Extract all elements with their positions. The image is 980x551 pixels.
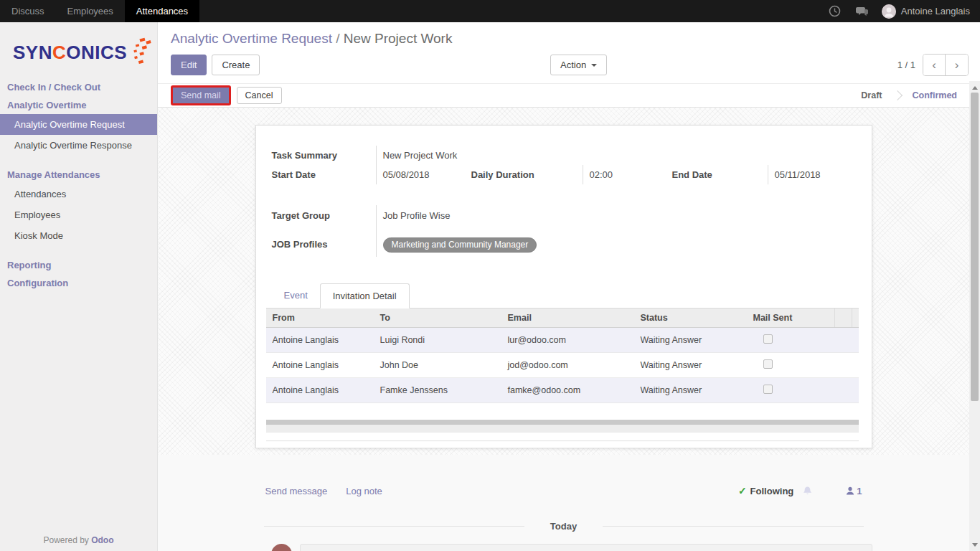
invitation-table: From To Email Status Mail Sent [266,309,859,403]
log-note-link[interactable]: Log note [346,486,382,496]
scroll-down-arrow[interactable] [969,540,980,550]
tab-invitation-detail[interactable]: Invitation Detail [320,283,410,309]
mail-sent-checkbox [763,385,773,394]
daily-duration-value: 02:00 [583,165,672,184]
sidebar-item-analytic-overtime-request[interactable]: Analytic Overtime Request [0,114,157,135]
daily-duration-label: Daily Duration [471,165,583,184]
notebook: Event Invitation Detail From [266,283,859,441]
cell-status: Waiting Answer [634,378,747,403]
create-button[interactable]: Create [212,55,260,75]
messages-icon[interactable] [848,0,876,22]
mail-sent-checkbox [763,359,773,369]
field-group-target: Target Group JOB Profiles Job Profile Wi… [272,205,859,257]
activities-clock-icon[interactable] [821,0,848,22]
pager-count: 1 / 1 [897,60,915,70]
cell-email: lur@odoo.com [501,328,634,353]
menu-discuss[interactable]: Discuss [0,0,56,22]
cell-status: Waiting Answer [634,328,747,353]
horizontal-scrollbar-thumb[interactable] [266,420,859,425]
sidebar-heading-reporting[interactable]: Reporting [0,256,157,274]
task-summary-label: Task Summary [272,146,376,165]
cell-to: Luigi Rondi [374,328,501,353]
synconics-logo: SYNCONICS [0,22,157,78]
cell-email: famke@odoo.com [501,378,634,403]
cell-from: Antoine Langlais [266,378,374,403]
table-row[interactable]: Antoine Langlais Famke Jenssens famke@od… [266,378,859,403]
col-header-status[interactable]: Status [634,309,747,328]
user-menu[interactable]: Antoine Langlais [876,0,980,22]
sidebar: SYNCONICS Check In / Check Out Analytic … [0,22,158,551]
breadcrumb-current: New Project Work [344,31,453,46]
job-profiles-label: JOB Profiles [272,232,376,257]
followers-count-button[interactable]: 1 [846,486,862,496]
control-panel: Analytic Overtime Request / New Project … [158,22,980,83]
cell-to: Famke Jenssens [374,378,501,403]
logo-burst-icon [127,34,151,71]
send-mail-button[interactable]: Send mail [171,85,231,105]
cell-email: jod@odoo.com [501,353,634,378]
col-header-email[interactable]: Email [501,309,634,328]
status-steps: Draft Confirmed [861,90,957,100]
pager-previous-button[interactable]: ‹ [923,55,946,75]
edit-button[interactable]: Edit [171,55,207,75]
breadcrumb-separator: / [336,31,344,46]
cancel-button[interactable]: Cancel [237,87,282,104]
target-group-value: Job Profile Wise [377,205,451,232]
form-area: Task Summary Start Date New Project Work… [158,108,969,455]
caret-down-icon [591,64,597,67]
odoo-brand-link[interactable]: Odoo [91,535,113,545]
breadcrumb-link[interactable]: Analytic Overtime Request [171,31,332,46]
action-dropdown-button[interactable]: Action [550,55,607,75]
cell-status: Waiting Answer [634,353,747,378]
following-button[interactable]: ✓ Following [738,485,793,496]
form-statusbar: Send mail Cancel Draft Confirmed [158,83,980,108]
bell-icon[interactable] [802,486,813,496]
status-step-draft[interactable]: Draft [861,90,882,100]
col-header-extra-1 [835,309,852,328]
target-group-label: Target Group [272,205,376,232]
chatter: Send message Log note ✓ Following 1 [158,455,969,551]
vertical-scrollbar-thumb[interactable] [971,93,979,401]
sidebar-item-employees[interactable]: Employees [0,204,157,225]
sidebar-heading-analytic-overtime[interactable]: Analytic Overtime [0,96,157,114]
vertical-scrollbar[interactable] [969,81,980,551]
table-row[interactable]: Antoine Langlais Luigi Rondi lur@odoo.co… [266,328,859,353]
col-header-to[interactable]: To [374,309,501,328]
cell-from: Antoine Langlais [266,353,374,378]
sidebar-item-analytic-overtime-response[interactable]: Analytic Overtime Response [0,135,157,156]
table-row[interactable]: Antoine Langlais John Doe jod@odoo.com W… [266,353,859,378]
sidebar-item-attendances[interactable]: Attendances [0,184,157,204]
job-profile-tag: Marketing and Community Manager [383,237,537,253]
topbar-spacer [199,0,821,22]
cell-to: John Doe [374,353,501,378]
message-stub [255,544,872,551]
sidebar-item-kiosk-mode[interactable]: Kiosk Mode [0,225,157,246]
menu-attendances[interactable]: Attendances [125,0,199,22]
powered-by: Powered by Odoo [0,535,157,545]
horizontal-scrollbar-track [266,425,859,433]
sidebar-heading-check-in-out[interactable]: Check In / Check Out [0,78,157,96]
tab-event[interactable]: Event [272,283,320,309]
today-divider: Today [255,521,872,532]
scroll-up-arrow[interactable] [969,83,980,93]
start-date-label: Start Date [272,165,376,184]
sidebar-heading-configuration[interactable]: Configuration [0,274,157,292]
message-avatar [271,544,292,551]
menu-employees[interactable]: Employees [56,0,125,22]
form-sheet: Task Summary Start Date New Project Work… [255,125,872,448]
user-name: Antoine Langlais [901,6,970,17]
pager-next-button[interactable]: › [946,55,968,75]
status-step-separator-icon [892,90,902,100]
table-header-row: From To Email Status Mail Sent [266,309,859,328]
mail-sent-checkbox [763,334,773,344]
send-message-link[interactable]: Send message [265,486,328,496]
main-content: Analytic Overtime Request / New Project … [158,22,980,551]
task-summary-value: New Project Work [377,146,458,165]
field-group-top: Task Summary Start Date New Project Work… [272,146,859,184]
sidebar-heading-manage-attendances[interactable]: Manage Attendances [0,166,157,184]
col-header-from[interactable]: From [266,309,374,328]
breadcrumb: Analytic Overtime Request / New Project … [171,31,980,47]
status-step-confirmed[interactable]: Confirmed [913,90,958,100]
col-header-mail-sent[interactable]: Mail Sent [747,309,835,328]
col-header-extra-2 [852,309,859,328]
